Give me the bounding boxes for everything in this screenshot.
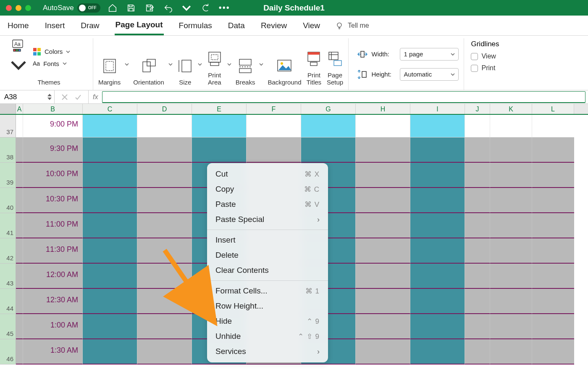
cell-I44[interactable]: [410, 289, 465, 314]
column-header-F[interactable]: F: [247, 104, 301, 114]
cell-J39[interactable]: [465, 163, 490, 188]
cell-B44[interactable]: 12:30 AM: [23, 289, 83, 314]
cell-A43[interactable]: [16, 264, 23, 289]
cell-L42[interactable]: [532, 238, 574, 264]
cell-A39[interactable]: [16, 163, 23, 188]
close-window-button[interactable]: [6, 5, 12, 11]
context-menu-paste-special[interactable]: Paste Special›: [207, 212, 328, 227]
gridlines-print-checkbox[interactable]: Print: [471, 64, 499, 72]
cell-G37[interactable]: [301, 115, 356, 137]
tab-formulas[interactable]: Formulas: [178, 17, 213, 34]
context-menu-delete[interactable]: Delete: [207, 248, 328, 263]
context-menu-paste[interactable]: Paste⌘ V: [207, 197, 328, 212]
redo-icon[interactable]: [200, 3, 210, 13]
name-box-up-icon[interactable]: [47, 93, 52, 97]
cell-J42[interactable]: [465, 238, 490, 264]
print-area-button[interactable]: Print Area: [206, 50, 223, 90]
cell-B45[interactable]: 1:00 AM: [23, 314, 83, 339]
autosave-toggle[interactable]: OFF: [77, 3, 100, 13]
context-menu-row-height[interactable]: Row Height...: [207, 299, 328, 314]
cell-L38[interactable]: [532, 137, 574, 163]
fonts-dropdown[interactable]: Aa Fonts: [33, 60, 70, 67]
row-header-40[interactable]: 40: [0, 188, 16, 213]
column-header-D[interactable]: D: [137, 104, 192, 114]
cell-J45[interactable]: [465, 314, 490, 339]
cell-D42[interactable]: [137, 238, 192, 264]
cell-A41[interactable]: [16, 213, 23, 238]
cell-C38[interactable]: [83, 137, 137, 163]
width-select[interactable]: 1 page: [400, 48, 459, 61]
tab-review[interactable]: Review: [260, 17, 288, 34]
cell-K39[interactable]: [490, 163, 532, 188]
tell-me[interactable]: Tell me: [335, 21, 369, 30]
cell-J38[interactable]: [465, 137, 490, 163]
cell-A37[interactable]: [16, 115, 23, 137]
cell-H39[interactable]: [356, 163, 410, 188]
cell-A46[interactable]: [16, 339, 23, 365]
cell-J44[interactable]: [465, 289, 490, 314]
column-header-C[interactable]: C: [83, 104, 137, 114]
minimize-window-button[interactable]: [16, 5, 21, 11]
cell-L46[interactable]: [532, 339, 574, 365]
cell-D46[interactable]: [137, 339, 192, 365]
height-select[interactable]: Automatic: [400, 68, 459, 81]
cell-D40[interactable]: [137, 188, 192, 213]
cell-I46[interactable]: [410, 339, 465, 365]
cell-H38[interactable]: [356, 137, 410, 163]
cell-L43[interactable]: [532, 264, 574, 289]
row-header-43[interactable]: 43: [0, 264, 16, 289]
chevron-down-icon[interactable]: [125, 62, 129, 66]
save-as-icon[interactable]: [145, 3, 154, 13]
cell-E37[interactable]: [192, 115, 247, 137]
tab-draw[interactable]: Draw: [80, 17, 100, 34]
column-header-K[interactable]: K: [490, 104, 532, 114]
print-titles-button[interactable]: Print Titles: [305, 50, 322, 90]
cell-H43[interactable]: [356, 264, 410, 289]
cell-I39[interactable]: [410, 163, 465, 188]
chevron-down-icon[interactable]: [259, 62, 263, 66]
chevron-down-icon[interactable]: [198, 62, 202, 66]
column-header-J[interactable]: J: [465, 104, 490, 114]
breaks-button[interactable]: Breaks: [236, 58, 255, 90]
cell-B41[interactable]: 11:00 PM: [23, 213, 83, 238]
cell-A40[interactable]: [16, 188, 23, 213]
cell-I45[interactable]: [410, 314, 465, 339]
cell-D41[interactable]: [137, 213, 192, 238]
row-header-38[interactable]: 38: [0, 137, 16, 163]
cell-G38[interactable]: [301, 137, 356, 163]
row-header-44[interactable]: 44: [0, 289, 16, 314]
tab-view[interactable]: View: [302, 17, 321, 34]
undo-dropdown-icon[interactable]: [182, 3, 191, 13]
context-menu-hide[interactable]: Hide⌃ 9: [207, 314, 328, 329]
cell-L41[interactable]: [532, 213, 574, 238]
column-header-H[interactable]: H: [356, 104, 410, 114]
cell-C43[interactable]: [83, 264, 137, 289]
cell-H45[interactable]: [356, 314, 410, 339]
cell-L45[interactable]: [532, 314, 574, 339]
cell-I43[interactable]: [410, 264, 465, 289]
cell-D39[interactable]: [137, 163, 192, 188]
cell-A44[interactable]: [16, 289, 23, 314]
cell-B43[interactable]: 12:00 AM: [23, 264, 83, 289]
context-menu-insert[interactable]: Insert: [207, 232, 328, 248]
cell-I40[interactable]: [410, 188, 465, 213]
name-box[interactable]: A38: [0, 90, 55, 103]
cell-C40[interactable]: [83, 188, 137, 213]
cell-H37[interactable]: [356, 115, 410, 137]
cell-H46[interactable]: [356, 339, 410, 365]
undo-icon[interactable]: [163, 3, 173, 13]
cell-D43[interactable]: [137, 264, 192, 289]
chevron-down-icon[interactable]: [227, 62, 231, 66]
select-all-corner[interactable]: [0, 104, 16, 114]
orientation-button[interactable]: Orientation: [133, 58, 164, 90]
context-menu-services[interactable]: Services›: [207, 344, 328, 359]
accept-formula-icon[interactable]: [75, 94, 81, 100]
gridlines-view-checkbox[interactable]: View: [471, 53, 499, 60]
cell-K38[interactable]: [490, 137, 532, 163]
cell-C39[interactable]: [83, 163, 137, 188]
cell-D37[interactable]: [137, 115, 192, 137]
row-header-45[interactable]: 45: [0, 314, 16, 339]
cell-D45[interactable]: [137, 314, 192, 339]
size-button[interactable]: Size: [177, 58, 194, 90]
cell-I37[interactable]: [410, 115, 465, 137]
